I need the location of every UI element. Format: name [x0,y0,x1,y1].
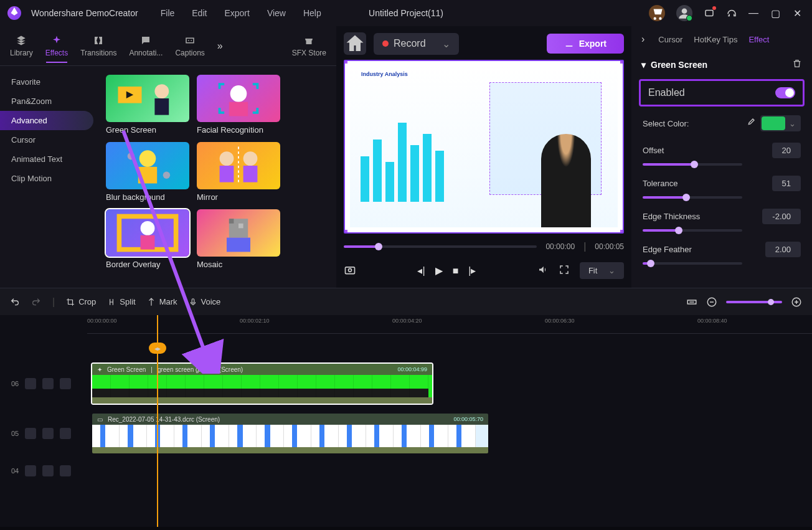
ruler-mark: 00:00:04:20 [392,318,422,324]
playhead-handle[interactable]: ◂▸ [149,343,166,354]
tab-hotkey[interactable]: HotKey Tips [694,35,737,44]
effect-mosaic[interactable]: Mosaic [197,209,280,269]
eye-icon[interactable] [42,378,54,389]
zoom-in-button[interactable] [791,296,802,308]
mute-icon[interactable] [60,465,71,476]
tab-cursor[interactable]: Cursor [658,35,682,44]
timeline-ruler[interactable]: 00:00:00:00 00:00:02:10 00:00:04:20 00:0… [87,315,812,334]
menu-edit[interactable]: Edit [192,8,207,18]
home-button[interactable] [344,32,366,55]
split-button[interactable]: Split [107,297,135,306]
step-back-button[interactable]: ◂| [417,265,425,277]
tab-effect[interactable]: Effect [748,35,769,44]
eye-icon[interactable] [42,428,54,439]
tolerance-value[interactable]: 51 [772,176,801,191]
playhead[interactable]: ◂▸ [157,315,158,527]
eye-icon[interactable] [42,465,54,476]
fullscreen-button[interactable] [559,264,570,278]
more-tabs-button[interactable]: » [211,40,229,52]
chevron-right-icon[interactable]: › [641,34,644,45]
play-button[interactable]: ▶ [435,265,443,277]
svg-point-15 [243,151,258,166]
caret-down-icon[interactable]: ▾ [641,60,646,70]
sidebar-item-animated-text[interactable]: Animated Text [0,149,100,169]
crop-button[interactable]: Crop [66,297,96,306]
effect-facial-recognition[interactable]: Facial Recognition [197,75,280,135]
stop-button[interactable]: ■ [453,265,459,277]
user-icon[interactable] [676,5,692,21]
record-button[interactable]: Record ⌄ [374,33,459,55]
sidebar-item-favorite[interactable]: Favorite [0,72,100,92]
tab-library[interactable]: Library [4,30,39,62]
export-button[interactable]: Export [547,34,624,54]
step-forward-button[interactable]: |▸ [468,265,476,277]
menu-file[interactable]: File [161,8,175,18]
fit-dropdown[interactable]: Fit ⌄ [580,262,624,279]
effect-label: Blur background [106,192,189,202]
headset-icon[interactable] [726,7,737,19]
mute-icon[interactable] [60,378,71,389]
offset-slider[interactable] [643,163,742,166]
mark-button[interactable]: Mark [147,297,177,306]
close-button[interactable]: ✕ [793,7,805,19]
sidebar-item-panzoom[interactable]: Pan&Zoom [0,92,100,111]
tab-transitions[interactable]: Transitions [74,30,123,62]
undo-button[interactable] [10,297,20,307]
tab-effects[interactable]: Effects [39,30,74,62]
effect-blur-background[interactable]: Blur background [106,142,189,202]
svg-rect-24 [227,238,250,252]
menu-help[interactable]: Help [303,8,321,18]
effect-label: Mosaic [197,260,280,269]
offset-value[interactable]: 20 [772,143,801,158]
effect-label: Green Screen [106,125,189,135]
store-icon [303,35,314,46]
sidebar-item-clip-motion[interactable]: Clip Motion [0,169,100,188]
svg-point-7 [230,85,247,102]
sidebar-item-cursor[interactable]: Cursor [0,130,100,149]
voice-button[interactable]: Voice [189,297,221,306]
tolerance-slider[interactable] [643,196,742,199]
fit-timeline-button[interactable] [686,296,697,308]
chevron-down-icon: ⌄ [442,38,450,50]
timeline: 00:00:00:00 00:00:02:10 00:00:04:20 00:0… [0,315,812,527]
preview-canvas[interactable]: Industry Analysis [344,60,624,234]
eyedropper-icon[interactable] [745,118,755,130]
lock-icon[interactable] [25,378,36,389]
zoom-out-button[interactable] [706,296,717,308]
sidebar-item-advanced[interactable]: Advanced [0,111,93,130]
color-swatch[interactable] [762,116,785,130]
lock-icon[interactable] [25,428,36,439]
minimize-button[interactable]: — [748,7,760,19]
preview-progress[interactable] [344,245,537,248]
edge-thickness-slider[interactable] [643,229,742,232]
record-dot-icon [382,40,389,47]
snapshot-button[interactable] [344,263,356,278]
menu-export[interactable]: Export [224,8,249,18]
volume-icon[interactable] [537,264,549,278]
trash-icon[interactable] [792,59,802,70]
menu-view[interactable]: View [267,8,286,18]
lock-icon[interactable] [25,465,36,476]
cart-icon[interactable] [649,5,665,21]
mute-icon[interactable] [60,428,71,439]
maximize-button[interactable]: ▢ [771,7,782,19]
edge-feather-value[interactable]: 2.00 [765,242,801,257]
tab-sfx-store[interactable]: SFX Store [286,30,333,62]
clip-recording[interactable]: ▭ Rec_2022-07-05 14-31-43.dcrc (Screen) … [91,412,489,455]
edge-feather-slider[interactable] [643,262,742,265]
edge-thickness-value[interactable]: -2.00 [762,209,801,224]
effect-mirror[interactable]: Mirror [197,142,280,202]
notification-icon[interactable] [704,7,715,19]
clip-green-screen[interactable]: ✦Green Screen | green screen girl.dcrc (… [91,362,433,405]
chevron-down-icon[interactable]: ⌄ [785,119,800,128]
redo-button[interactable] [31,297,41,307]
tab-captions[interactable]: Captions [169,30,210,62]
tab-annotations[interactable]: Annotati... [123,30,169,62]
effect-green-screen[interactable]: Green Screen [106,75,189,135]
zoom-slider[interactable] [726,301,782,303]
clip-name: Rec_2022-07-05 14-31-43.dcrc (Screen) [108,416,220,423]
clip-duration: 00:00:04:99 [397,366,427,372]
svg-point-26 [349,268,352,272]
effect-border-overlay[interactable]: Border Overlay [106,209,189,269]
enabled-toggle[interactable] [775,87,795,98]
